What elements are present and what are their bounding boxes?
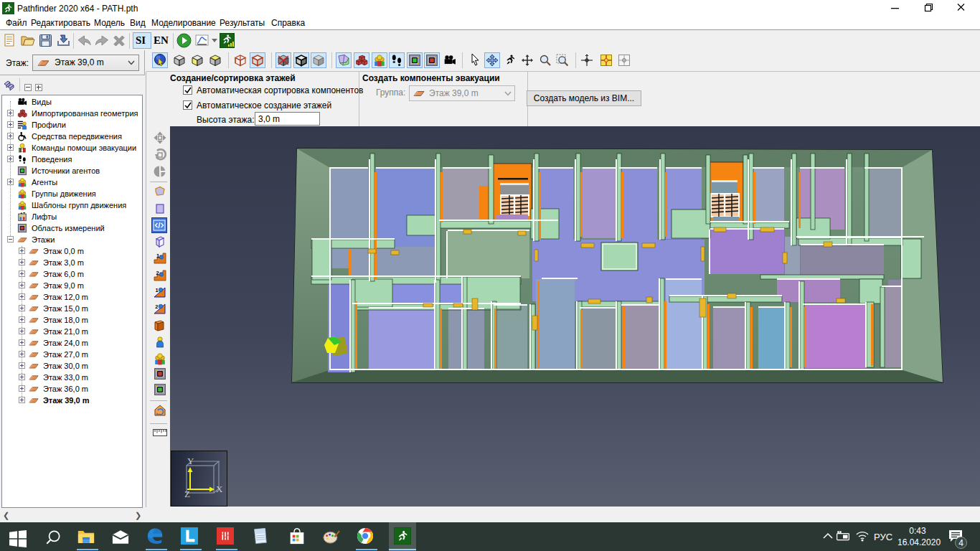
svg-text:1: 1 <box>156 253 159 259</box>
svg-text:X: X <box>216 484 223 494</box>
svg-text:2: 2 <box>155 303 158 310</box>
svg-text:Y: Y <box>187 456 194 466</box>
svg-text:Z: Z <box>184 489 190 499</box>
svg-text:1: 1 <box>156 287 159 293</box>
svg-text:2: 2 <box>156 270 159 276</box>
